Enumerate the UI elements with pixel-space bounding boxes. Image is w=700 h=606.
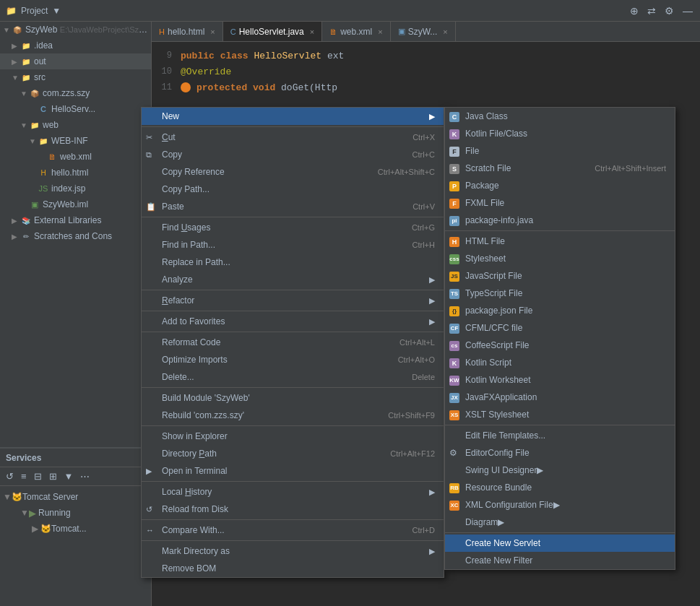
submenu-kotlin-script[interactable]: K Kotlin Script xyxy=(445,354,675,371)
menu-paste[interactable]: 📋 Paste Ctrl+V xyxy=(142,198,444,215)
submenu-xml-config[interactable]: XC XML Configuration File ▶ xyxy=(445,496,675,514)
menu-local-history[interactable]: Local History ▶ xyxy=(142,483,444,501)
submenu-xslt[interactable]: XS XSLT Stylesheet xyxy=(445,406,675,423)
menu-remove-bom[interactable]: Remove BOM xyxy=(142,560,444,577)
tree-webxml[interactable]: ▶ 🗎 web.xml xyxy=(0,149,151,165)
menu-copy[interactable]: ⧉ Copy Ctrl+C xyxy=(142,146,444,163)
menu-delete[interactable]: Delete... Delete xyxy=(142,368,444,386)
menu-compare[interactable]: ↔ Compare With... Ctrl+D xyxy=(142,521,444,539)
java-class-icon: C xyxy=(449,111,462,122)
submenu-html[interactable]: H HTML File xyxy=(445,233,675,250)
split-icon[interactable]: ⇄ xyxy=(647,5,656,17)
tree-hellohtml[interactable]: ▶ H hello.html xyxy=(0,165,151,181)
tab-szyweb-close[interactable]: × xyxy=(443,27,447,36)
menu-mark-dir[interactable]: Mark Directory as ▶ xyxy=(142,542,444,560)
xml-tab-icon: 🗎 xyxy=(329,27,337,36)
services-group-btn[interactable]: ⊞ xyxy=(46,469,60,483)
tree-indexjsp[interactable]: ▶ JS index.jsp xyxy=(0,181,151,196)
settings-icon[interactable]: ⚙ xyxy=(665,5,674,17)
earth-icon[interactable]: ⊕ xyxy=(630,5,639,17)
submenu-java-class[interactable]: C Java Class xyxy=(445,108,675,125)
submenu-pkg-info[interactable]: pi package-info.java xyxy=(445,212,675,229)
submenu-stylesheet[interactable]: css Stylesheet xyxy=(445,250,675,267)
running-item[interactable]: ▼ ▶ Running xyxy=(0,505,151,521)
tree-src[interactable]: ▼ 📁 src xyxy=(0,69,151,85)
tab-web-xml-close[interactable]: × xyxy=(378,27,382,36)
submenu-create-servlet[interactable]: Create New Servlet xyxy=(445,534,675,552)
tree-idea[interactable]: ▶ 📁 .idea xyxy=(0,38,151,53)
services-align2-btn[interactable]: ⊟ xyxy=(31,469,45,483)
tree-iml[interactable]: ▶ ▣ SzyWeb.iml xyxy=(0,196,151,212)
tree-webinf[interactable]: ▼ 📁 WEB-INF xyxy=(0,133,151,149)
tree-scratches[interactable]: ▶ ✏ Scratches and Cons xyxy=(0,228,151,244)
tab-web-xml[interactable]: 🗎 web.xml × xyxy=(322,22,390,41)
tab-szyweb[interactable]: ▣ SzyW... × xyxy=(391,22,456,41)
submenu-file[interactable]: F File xyxy=(445,142,675,160)
menu-refactor[interactable]: Refactor ▶ xyxy=(142,292,444,309)
html-submenu-icon: H xyxy=(449,236,462,247)
tree-helloservlet[interactable]: ▶ C HelloServ... xyxy=(0,101,151,117)
submenu-swing[interactable]: Swing UI Designer ▶ xyxy=(445,462,675,479)
submenu-editorconfig[interactable]: ⚙ EditorConfig File xyxy=(445,444,675,462)
menu-replace-path[interactable]: Replace in Path... xyxy=(142,254,444,271)
tab-hello-servlet[interactable]: C HelloServlet.java × xyxy=(223,22,322,41)
menu-cut[interactable]: ✂ Cut Ctrl+X xyxy=(142,129,444,146)
minimize-icon[interactable]: — xyxy=(683,5,693,17)
tab-hello-html-close[interactable]: × xyxy=(210,27,215,36)
menu-open-terminal[interactable]: ▶ Open in Terminal xyxy=(142,462,444,480)
submenu-scratch[interactable]: S Scratch File Ctrl+Alt+Shift+Insert xyxy=(445,160,675,177)
services-refresh-btn[interactable]: ↺ xyxy=(3,469,17,483)
submenu-create-filter[interactable]: Create New Filter xyxy=(445,552,675,569)
menu-favorites[interactable]: Add to Favorites ▶ xyxy=(142,313,444,330)
submenu-cfml[interactable]: CF CFML/CFC file xyxy=(445,319,675,337)
menu-cut-shortcut: Ctrl+X xyxy=(398,133,435,142)
menu-reformat[interactable]: Reformat Code Ctrl+Alt+L xyxy=(142,334,444,351)
submenu-pkg-json[interactable]: {} package.json File xyxy=(445,302,675,319)
submenu-java-class-label: Java Class xyxy=(465,111,508,121)
menu-analyze[interactable]: Analyze ▶ xyxy=(142,271,444,288)
menu-optimize[interactable]: Optimize Imports Ctrl+Alt+O xyxy=(142,351,444,368)
menu-new[interactable]: New ▶ xyxy=(142,108,444,125)
iml-file-icon: ▣ xyxy=(29,199,40,210)
tomcat-server-item[interactable]: ▼ 🐱 Tomcat Server xyxy=(0,489,151,505)
submenu-ts[interactable]: TS TypeScript File xyxy=(445,285,675,302)
context-menu[interactable]: New ▶ ✂ Cut Ctrl+X ⧉ Copy Ctrl+C Copy Re… xyxy=(141,107,444,578)
menu-show-explorer[interactable]: Show in Explorer xyxy=(142,428,444,445)
submenu-edit-templates[interactable]: Edit File Templates... xyxy=(445,427,675,444)
submenu-coffee[interactable]: cs CoffeeScript File xyxy=(445,337,675,354)
services-more-btn[interactable]: ⋯ xyxy=(77,469,92,483)
tomcat-child-item[interactable]: ▶ 🐱 Tomcat... xyxy=(0,521,151,537)
menu-dir-path[interactable]: Directory Path Ctrl+Alt+F12 xyxy=(142,445,444,462)
tree-out[interactable]: ▶ 📁 out xyxy=(0,53,151,69)
tab-bar: H hello.html × C HelloServlet.java × 🗎 w… xyxy=(152,22,700,42)
menu-copy-path[interactable]: Copy Path... xyxy=(142,181,444,198)
submenu-scratch-label: Scratch File xyxy=(465,163,511,173)
submenu-fxml[interactable]: F FXML File xyxy=(445,194,675,212)
submenu-new[interactable]: C Java Class K Kotlin File/Class F File … xyxy=(444,107,675,570)
menu-reload[interactable]: ↺ Reload from Disk xyxy=(142,501,444,518)
submenu-javafx[interactable]: JX JavaFXApplication xyxy=(445,389,675,406)
services-filter-btn[interactable]: ▼ xyxy=(61,469,77,483)
tree-ext-libs[interactable]: ▶ 📚 External Libraries xyxy=(0,212,151,228)
submenu-diagram[interactable]: Diagram ▶ xyxy=(445,514,675,531)
compare-icon: ↔ xyxy=(146,526,154,534)
submenu-js[interactable]: JS JavaScript File xyxy=(445,267,675,285)
menu-find-usages[interactable]: Find Usages Ctrl+G xyxy=(142,219,444,236)
submenu-kotlin-class[interactable]: K Kotlin File/Class xyxy=(445,125,675,142)
submenu-editorconfig-label: EditorConfig File xyxy=(465,448,530,458)
menu-copy-ref[interactable]: Copy Reference Ctrl+Alt+Shift+C xyxy=(142,163,444,181)
submenu-create-filter-label: Create New Filter xyxy=(465,555,532,566)
dropdown-icon[interactable]: ▼ xyxy=(52,6,61,16)
tree-root[interactable]: ▼ 📦 SzyWeb E:\JavaWebProject\SzyWeb xyxy=(0,22,151,38)
tree-web[interactable]: ▼ 📁 web xyxy=(0,117,151,133)
submenu-resource-bundle[interactable]: RB Resource Bundle xyxy=(445,479,675,496)
menu-find-path[interactable]: Find in Path... Ctrl+H xyxy=(142,236,444,254)
services-align-btn[interactable]: ≡ xyxy=(18,469,30,483)
submenu-package[interactable]: P Package xyxy=(445,177,675,194)
submenu-kotlin-worksheet[interactable]: KW Kotlin Worksheet xyxy=(445,371,675,389)
tab-hello-html[interactable]: H hello.html × xyxy=(152,22,223,41)
tab-hello-servlet-close[interactable]: × xyxy=(310,27,314,36)
tree-package[interactable]: ▼ 📦 com.zzs.szy xyxy=(0,85,151,101)
menu-rebuild[interactable]: Rebuild 'com.zzs.szy' Ctrl+Shift+F9 xyxy=(142,407,444,424)
menu-build-module[interactable]: Build Module 'SzyWeb' xyxy=(142,389,444,407)
